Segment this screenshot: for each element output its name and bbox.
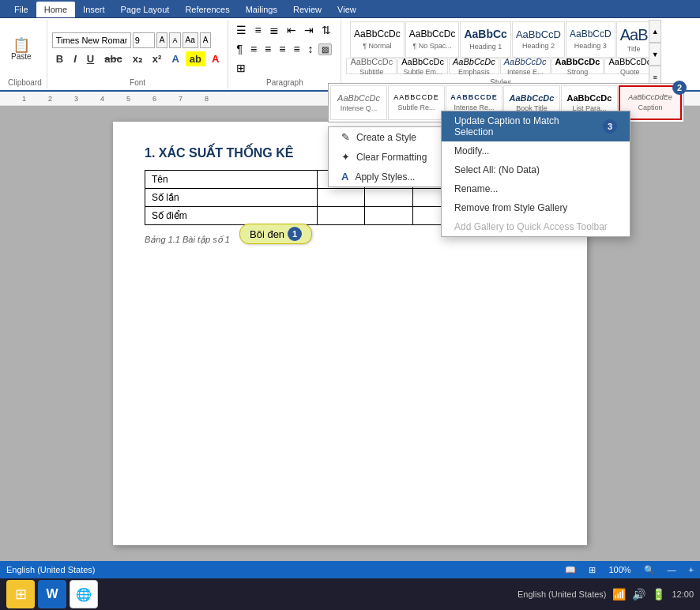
taskbar-word-icon[interactable]: W (38, 580, 66, 608)
shrink-font-button[interactable]: A (169, 32, 180, 48)
taskbar-start-icon[interactable]: ⊞ (6, 580, 35, 608)
tab-home[interactable]: Home (36, 2, 75, 17)
increase-indent-button[interactable]: ⇥ (301, 21, 317, 39)
multilevel-button[interactable]: ≣ (266, 21, 282, 39)
document-caption: Bảng 1.1 Bài tập số 1 (145, 235, 230, 244)
style-subtle-ref[interactable]: AABBCCDE Subtle Re... (388, 85, 445, 120)
status-bar: English (United States) 📖 ⊞ 100% 🔍 — + (0, 561, 700, 578)
modify-label: Modify... (454, 145, 489, 156)
modify-item[interactable]: Modify... (442, 141, 630, 160)
font-label: Font (52, 77, 224, 87)
tab-view[interactable]: View (329, 2, 364, 17)
style-subtitle[interactable]: AaBbCcDc Subtitle (346, 58, 397, 74)
strikethrough-button[interactable]: abc (100, 51, 126, 66)
grow-font-button[interactable]: A (156, 32, 168, 48)
clear-formatting-icon: ✦ (341, 151, 350, 163)
align-left-button[interactable]: ≡ (247, 40, 260, 58)
add-toolbar-item: Add Gallery to Quick Access Toolbar (442, 217, 630, 236)
context-submenu: Update Caption to Match Selection 3 Modi… (441, 111, 630, 237)
font-color-button[interactable]: A (208, 51, 223, 66)
create-style-icon: ✎ (341, 131, 350, 143)
show-hide-button[interactable]: ¶ (233, 40, 246, 58)
style-intense-em[interactable]: AaBbCcDc Intense E... (500, 58, 551, 74)
tab-page-layout[interactable]: Page Layout (113, 2, 178, 17)
status-icon5: + (689, 565, 694, 574)
paste-button[interactable]: 📋 Paste (8, 36, 35, 62)
clipboard-label: Clipboard (8, 77, 42, 87)
style-subtle-em[interactable]: AaBbCcDc Subtle Em... (397, 58, 448, 74)
decrease-indent-button[interactable]: ⇤ (284, 21, 299, 39)
shading-button[interactable]: ▨ (318, 43, 332, 55)
remove-gallery-label: Remove from Style Gallery (454, 202, 567, 213)
style-quote[interactable]: AaBbCcDc Quote (604, 58, 655, 74)
clipboard-group: 📋 Paste Clipboard (3, 20, 47, 88)
tab-file[interactable]: File (6, 2, 36, 17)
bullets-button[interactable]: ☰ (233, 21, 250, 39)
text-effects-button[interactable]: A (167, 51, 183, 66)
gallery-scroll-down[interactable]: ▼ (649, 43, 661, 66)
badge-3: 3 (603, 119, 617, 134)
clear-formatting-item[interactable]: ✦ Clear Formatting (329, 147, 446, 167)
style-heading3[interactable]: AaBbCcD Heading 3 (566, 21, 615, 58)
bold-button[interactable]: B (52, 51, 67, 66)
tooltip-boi-den: Bôi đen 1 (239, 224, 312, 244)
style-intense-q[interactable]: AaBbCcDc Intense Q... (330, 85, 387, 120)
taskbar-signal-icon: 📶 (612, 588, 626, 601)
clear-formatting-label: Clear Formatting (356, 152, 427, 163)
style-strong[interactable]: AaBbCcDc Strong (551, 58, 604, 74)
tab-references[interactable]: References (177, 2, 237, 17)
tooltip-badge-1: 1 (288, 227, 302, 241)
tab-mailings[interactable]: Mailings (238, 2, 285, 17)
align-center-button[interactable]: ≡ (262, 40, 274, 58)
taskbar-battery-icon: 🔋 (652, 588, 665, 601)
table-cell (365, 189, 412, 207)
select-all-item[interactable]: Select All: (No Data) (442, 160, 630, 179)
table-cell (318, 207, 365, 225)
sort-button[interactable]: ⇅ (318, 21, 334, 39)
case-button[interactable]: Aa (183, 32, 198, 48)
apply-styles-item[interactable]: A Apply Styles... (329, 167, 446, 186)
table-cell: Số điểm (145, 207, 318, 225)
paste-icon: 📋 (13, 38, 30, 52)
font-size-input[interactable] (133, 32, 155, 48)
table-cell (365, 207, 412, 225)
style-title[interactable]: AaB Title (616, 21, 652, 58)
underline-button[interactable]: U (83, 51, 98, 66)
style-heading2[interactable]: AaBbCcD Heading 2 (512, 21, 565, 58)
table-cell: Tên (145, 171, 318, 189)
create-style-label: Create a Style (356, 132, 416, 143)
line-spacing-button[interactable]: ↕ (305, 40, 317, 58)
create-style-item[interactable]: ✎ Create a Style (329, 127, 446, 147)
status-icon3: 🔍 (644, 565, 655, 575)
borders-button[interactable]: ⊞ (233, 59, 249, 77)
apply-styles-icon: A (341, 171, 348, 183)
gallery-scroll-up[interactable]: ▲ (649, 20, 661, 43)
style-no-spacing[interactable]: AaBbCcDc ¶ No Spac... (405, 21, 460, 58)
clear-format-small-button[interactable]: A (200, 32, 212, 48)
apply-styles-label: Apply Styles... (355, 171, 415, 183)
superscript-button[interactable]: x² (149, 51, 166, 66)
tab-insert[interactable]: Insert (75, 2, 113, 17)
taskbar-chrome-icon[interactable]: 🌐 (70, 580, 98, 608)
text-highlight-button[interactable]: ab (186, 51, 205, 66)
font-name-input[interactable] (52, 32, 131, 48)
numbering-button[interactable]: ≡ (251, 21, 264, 39)
styles-dropdown: ✎ Create a Style ✦ Clear Formatting A Ap… (328, 126, 446, 187)
italic-button[interactable]: I (70, 51, 81, 66)
styles-row1: AaBbCcDc ¶ Normal AaBbCcDc ¶ No Spac... … (350, 21, 651, 58)
style-heading1[interactable]: AaBbCc Heading 1 (460, 21, 510, 58)
select-all-label: Select All: (No Data) (454, 164, 540, 175)
taskbar-lang: English (United States) (517, 589, 607, 599)
ribbon-content: 📋 Paste Clipboard A A Aa A (0, 18, 700, 92)
update-caption-item[interactable]: Update Caption to Match Selection 3 (442, 111, 630, 141)
subscript-button[interactable]: x₂ (129, 51, 146, 66)
ribbon-tabs: File Home Insert Page Layout References … (0, 2, 700, 17)
rename-item[interactable]: Rename... (442, 179, 630, 198)
remove-gallery-item[interactable]: Remove from Style Gallery (442, 198, 630, 217)
align-right-button[interactable]: ≡ (276, 40, 288, 58)
justify-button[interactable]: ≡ (290, 40, 303, 58)
style-emphasis[interactable]: AaBbCcDc Emphasis (449, 58, 499, 74)
style-normal[interactable]: AaBbCcDc ¶ Normal (350, 21, 405, 58)
update-caption-label: Update Caption to Match Selection (454, 115, 595, 137)
tab-review[interactable]: Review (285, 2, 329, 17)
